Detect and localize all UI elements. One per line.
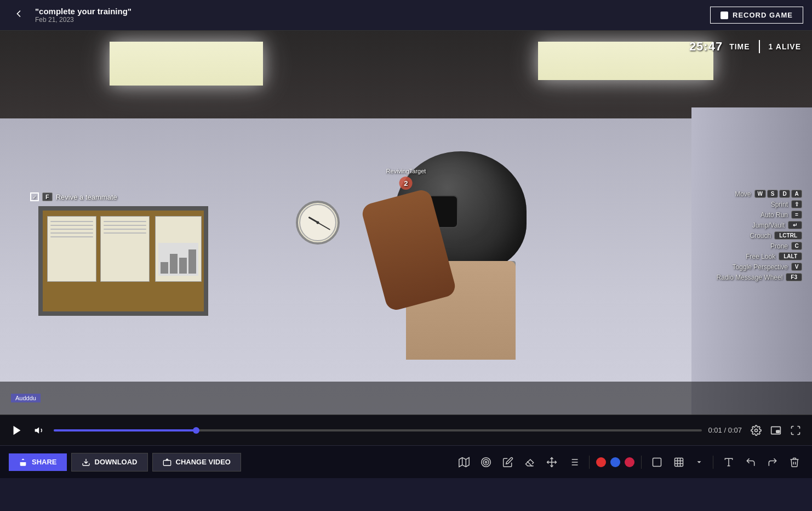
back-button[interactable]	[9, 6, 28, 24]
key-crouch: LCTRL	[774, 231, 802, 240]
key-d: D	[779, 190, 790, 198]
time-current: 0:01	[708, 426, 722, 434]
move-icon	[546, 457, 557, 468]
text-tool-button[interactable]	[720, 455, 737, 470]
key-prone: C	[791, 242, 802, 250]
autorun-label: Auto Run	[760, 211, 788, 219]
map-tool-button[interactable]	[455, 455, 473, 470]
text-icon	[723, 457, 734, 468]
ctrl-right	[748, 423, 803, 438]
box-icon	[651, 457, 662, 468]
move-tool-button[interactable]	[543, 455, 561, 470]
bulletin-board	[38, 206, 208, 316]
ceiling-light-1	[110, 42, 263, 86]
eraser-icon	[524, 457, 535, 468]
crouch-label: Crouch	[750, 232, 771, 240]
undo-button[interactable]	[742, 455, 759, 470]
box-tool-button[interactable]	[648, 455, 666, 470]
move-keys: W S D A	[754, 190, 802, 198]
game-scene: 25:47 TIME 1 ALIVE ✓ F Revive a teammate…	[0, 31, 812, 415]
trash-button[interactable]	[786, 455, 803, 470]
reviving-target-label: RevivingTarget	[386, 168, 426, 174]
player-tag: Audddu	[11, 394, 41, 402]
tool-divider-2	[641, 456, 642, 469]
video-date: Feb 21, 2023	[35, 16, 131, 24]
progress-track[interactable]	[54, 429, 702, 431]
progress-thumb[interactable]	[193, 427, 199, 434]
settings-icon	[751, 425, 762, 436]
download-label: DOWNLOAD	[95, 458, 138, 466]
download-button[interactable]: DOWNLOAD	[71, 453, 148, 472]
share-icon	[19, 458, 27, 467]
move-label: Move	[735, 190, 751, 198]
tool-divider-3	[713, 456, 713, 469]
eraser-tool-button[interactable]	[521, 455, 539, 470]
video-player[interactable]: 25:47 TIME 1 ALIVE ✓ F Revive a teammate…	[0, 31, 812, 415]
download-icon	[82, 458, 90, 467]
color-red[interactable]	[596, 457, 606, 467]
svg-rect-5	[163, 460, 170, 465]
svg-point-11	[483, 459, 489, 465]
keybind-crouch: Crouch LCTRL	[717, 231, 802, 240]
reviving-target-number: 2	[399, 177, 413, 190]
hud-separator	[759, 40, 760, 53]
volume-icon	[34, 425, 45, 436]
svg-rect-22	[675, 458, 683, 466]
svg-point-10	[482, 457, 491, 467]
share-button[interactable]: SHARE	[9, 453, 67, 471]
key-freelook: LALT	[779, 252, 802, 260]
back-icon	[13, 8, 24, 19]
bulletin-paper-3	[155, 216, 202, 282]
keybind-prone: Prone C	[717, 242, 802, 250]
video-title: "complete your training"	[35, 7, 131, 16]
target-icon	[481, 457, 491, 468]
keybind-freelook: Free Look LALT	[717, 252, 802, 260]
record-button[interactable]: RECORD GAME	[710, 7, 803, 24]
play-button[interactable]	[9, 422, 25, 439]
bulletin-paper-2	[100, 216, 150, 282]
keybind-jump: Jump/Vault ↵	[717, 221, 802, 229]
key-w: W	[754, 190, 766, 198]
svg-marker-7	[459, 457, 469, 467]
key-radio: F3	[786, 273, 802, 281]
map-icon	[459, 457, 470, 468]
color-crimson[interactable]	[625, 457, 634, 467]
title-block: "complete your training" Feb 21, 2023	[35, 7, 131, 24]
radio-label: Radio Message Wheel	[717, 274, 783, 281]
list-tool-button[interactable]	[565, 455, 582, 470]
svg-rect-21	[653, 458, 661, 466]
color-blue[interactable]	[610, 457, 620, 467]
settings-button[interactable]	[748, 423, 764, 438]
keybind-move: Move W S D A	[717, 190, 802, 198]
key-s: S	[767, 190, 778, 198]
expand-icon	[673, 457, 684, 468]
pip-button[interactable]	[768, 423, 784, 438]
redo-icon	[767, 457, 778, 468]
volume-button[interactable]	[32, 423, 47, 438]
expand-tool-button[interactable]	[670, 455, 688, 470]
ceiling-light-2	[538, 42, 713, 80]
target-tool-button[interactable]	[477, 455, 495, 470]
hud-alive-label: 1 ALIVE	[769, 42, 801, 51]
undo-icon	[745, 457, 756, 468]
key-perspective: V	[791, 263, 802, 271]
game-bottom-bar: Audddu	[0, 382, 812, 415]
keybind-sprint: Sprint ⇧	[717, 200, 802, 208]
key-autorun: =	[791, 211, 802, 219]
hud-top-right: 25:47 TIME 1 ALIVE	[689, 39, 801, 54]
dropdown-tool-button[interactable]	[692, 456, 706, 468]
pencil-tool-button[interactable]	[499, 455, 517, 470]
fullscreen-button[interactable]	[788, 423, 803, 438]
change-video-button[interactable]: CHANGE VIDEO	[152, 453, 241, 472]
list-icon	[568, 457, 579, 468]
perspective-label: Toggle Perspective	[733, 263, 788, 271]
sprint-label: Sprint	[771, 201, 788, 208]
redo-button[interactable]	[764, 455, 781, 470]
time-separator: /	[724, 426, 728, 434]
tool-divider-1	[589, 456, 590, 469]
clock-center	[317, 222, 319, 224]
hud-time-value: 25:47	[689, 39, 723, 54]
keybind-perspective: Toggle Perspective V	[717, 263, 802, 271]
progress-fill	[54, 429, 196, 431]
reviving-target: RevivingTarget 2	[386, 168, 426, 190]
